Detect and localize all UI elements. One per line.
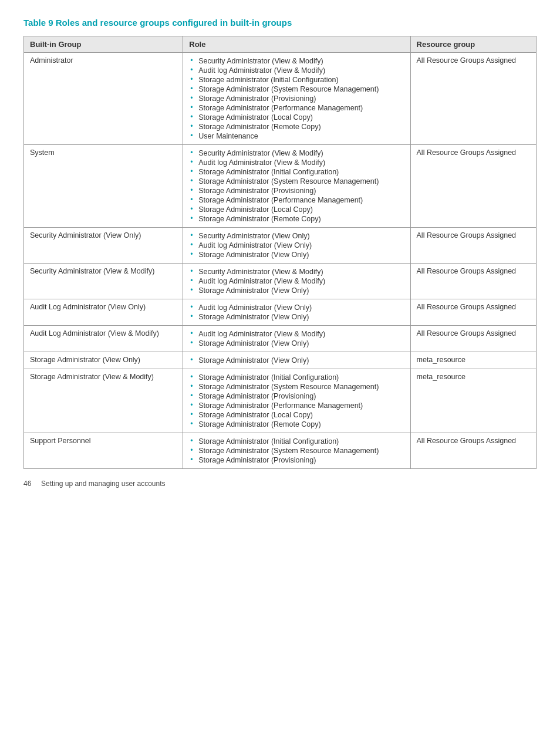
role-item: Storage Administrator (System Resource M… <box>189 85 404 94</box>
cell-group: Administrator <box>24 53 183 145</box>
role-item: Audit log Administrator (View Only) <box>189 241 404 250</box>
cell-resource: meta_resource <box>410 352 536 369</box>
cell-group: Audit Log Administrator (View Only) <box>24 299 183 326</box>
role-item: Storage Administrator (Local Copy) <box>189 205 404 214</box>
cell-group: Storage Administrator (View Only) <box>24 352 183 369</box>
table-row: Support PersonnelStorage Administrator (… <box>24 433 537 469</box>
cell-resource: All Resource Groups Assigned <box>410 326 536 352</box>
role-item: Storage Administrator (Initial Configura… <box>189 167 404 177</box>
table-row: Audit Log Administrator (View Only)Audit… <box>24 299 537 326</box>
role-item: Storage Administrator (Performance Manag… <box>189 401 404 410</box>
table-title: Table 9 Roles and resource groups config… <box>23 18 537 28</box>
role-item: Storage Administrator (Provisioning) <box>189 455 404 465</box>
cell-resource: All Resource Groups Assigned <box>410 433 536 469</box>
role-item: Audit log Administrator (View & Modify) <box>189 158 404 167</box>
role-item: Storage Administrator (View Only) <box>189 250 404 259</box>
role-item: Storage Administrator (View Only) <box>189 312 404 322</box>
role-item: Storage Administrator (View Only) <box>189 339 404 348</box>
cell-group: Support Personnel <box>24 433 183 469</box>
table-row: Audit Log Administrator (View & Modify)A… <box>24 326 537 352</box>
role-item: Storage Administrator (Local Copy) <box>189 113 404 122</box>
cell-resource: All Resource Groups Assigned <box>410 53 536 145</box>
table-row: Storage Administrator (View & Modify)Sto… <box>24 369 537 433</box>
page-footer: 46 Setting up and managing user accounts <box>23 480 537 488</box>
cell-resource: All Resource Groups Assigned <box>410 145 536 228</box>
role-item: Security Administrator (View & Modify) <box>189 56 404 66</box>
table-row: Security Administrator (View & Modify)Se… <box>24 264 537 299</box>
cell-resource: All Resource Groups Assigned <box>410 264 536 299</box>
cell-resource: meta_resource <box>410 369 536 433</box>
table-row: AdministratorSecurity Administrator (Vie… <box>24 53 537 145</box>
cell-roles: Security Administrator (View & Modify)Au… <box>183 145 410 228</box>
footer-text: Setting up and managing user accounts <box>41 480 165 488</box>
role-item: Audit log Administrator (View & Modify) <box>189 276 404 286</box>
role-item: Storage Administrator (System Resource M… <box>189 446 404 455</box>
cell-roles: Security Administrator (View & Modify)Au… <box>183 53 410 145</box>
table-row: SystemSecurity Administrator (View & Mod… <box>24 145 537 228</box>
cell-roles: Audit log Administrator (View Only)Stora… <box>183 299 410 326</box>
cell-group: Storage Administrator (View & Modify) <box>24 369 183 433</box>
role-item: Security Administrator (View Only) <box>189 231 404 241</box>
role-item: Storage Administrator (System Resource M… <box>189 177 404 186</box>
role-item: Storage Administrator (View Only) <box>189 286 404 295</box>
cell-resource: All Resource Groups Assigned <box>410 228 536 264</box>
role-item: Audit log Administrator (View & Modify) <box>189 329 404 339</box>
cell-group: Security Administrator (View & Modify) <box>24 264 183 299</box>
role-item: Storage Administrator (Remote Copy) <box>189 214 404 224</box>
role-item: Storage Administrator (Provisioning) <box>189 186 404 195</box>
header-role: Role <box>183 36 410 53</box>
role-item: Storage Administrator (Remote Copy) <box>189 122 404 131</box>
table-row: Security Administrator (View Only)Securi… <box>24 228 537 264</box>
header-group: Built-in Group <box>24 36 183 53</box>
cell-roles: Security Administrator (View & Modify)Au… <box>183 264 410 299</box>
role-item: Storage Administrator (Performance Manag… <box>189 195 404 205</box>
cell-roles: Security Administrator (View Only)Audit … <box>183 228 410 264</box>
cell-roles: Audit log Administrator (View & Modify)S… <box>183 326 410 352</box>
role-item: Storage Administrator (Provisioning) <box>189 391 404 401</box>
table-header-row: Built-in Group Role Resource group <box>24 36 537 53</box>
role-item: Storage Administrator (Remote Copy) <box>189 420 404 429</box>
cell-group: Security Administrator (View Only) <box>24 228 183 264</box>
role-item: Storage Administrator (Local Copy) <box>189 410 404 420</box>
role-item: Storage Administrator (System Resource M… <box>189 382 404 391</box>
header-resource: Resource group <box>410 36 536 53</box>
cell-roles: Storage Administrator (Initial Configura… <box>183 369 410 433</box>
role-item: Storage Administrator (Initial Configura… <box>189 373 404 382</box>
role-item: Storage administrator (Initial Configura… <box>189 75 404 85</box>
role-item: Security Administrator (View & Modify) <box>189 148 404 158</box>
role-item: Storage Administrator (View Only) <box>189 356 404 365</box>
roles-table: Built-in Group Role Resource group Admin… <box>23 36 537 469</box>
cell-group: System <box>24 145 183 228</box>
role-item: Audit log Administrator (View & Modify) <box>189 66 404 75</box>
cell-resource: All Resource Groups Assigned <box>410 299 536 326</box>
role-item: Audit log Administrator (View Only) <box>189 303 404 312</box>
table-row: Storage Administrator (View Only)Storage… <box>24 352 537 369</box>
role-item: Storage Administrator (Performance Manag… <box>189 103 404 113</box>
cell-roles: Storage Administrator (View Only) <box>183 352 410 369</box>
role-item: User Maintenance <box>189 131 404 141</box>
cell-roles: Storage Administrator (Initial Configura… <box>183 433 410 469</box>
page-number: 46 <box>23 480 31 488</box>
role-item: Storage Administrator (Initial Configura… <box>189 437 404 446</box>
cell-group: Audit Log Administrator (View & Modify) <box>24 326 183 352</box>
page-content: Table 9 Roles and resource groups config… <box>23 18 537 488</box>
role-item: Storage Administrator (Provisioning) <box>189 94 404 103</box>
role-item: Security Administrator (View & Modify) <box>189 267 404 276</box>
